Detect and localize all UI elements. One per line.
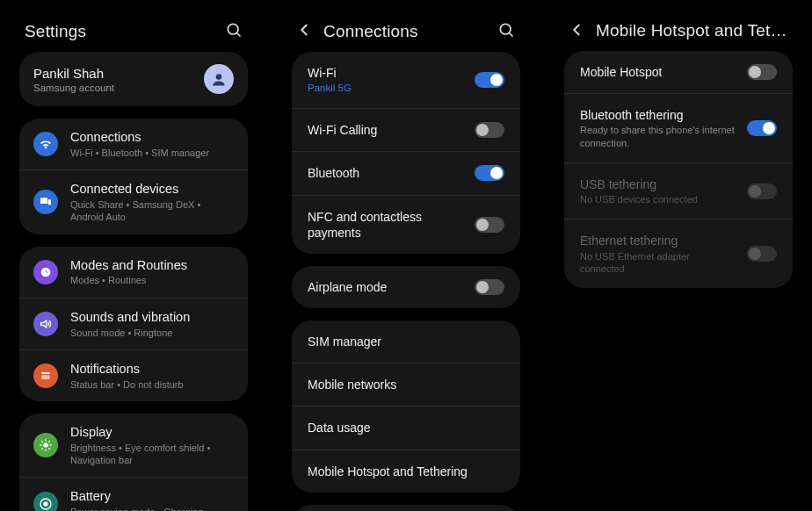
header: Mobile Hotspot and Tether... (555, 9, 801, 51)
svg-line-16 (48, 442, 49, 443)
settings-group: ConnectionsWi-Fi • Bluetooth • SIM manag… (19, 119, 248, 234)
notif-icon (33, 363, 58, 388)
row-sub: Wi-Fi • Bluetooth • SIM manager (70, 147, 234, 159)
settings-row-mobile-networks[interactable]: Mobile networks (292, 363, 520, 406)
display-icon (33, 433, 58, 457)
row-title: Connections (70, 129, 234, 146)
connections-screen: Connections Wi-FiPankil 5GWi-Fi CallingB… (283, 9, 529, 511)
page-title: Settings (25, 22, 214, 41)
wifi-icon (33, 132, 58, 156)
settings-row-bluetooth[interactable]: Bluetooth (292, 151, 520, 194)
svg-line-15 (41, 449, 42, 450)
settings-row-modes-and-routines[interactable]: Modes and RoutinesModes • Routines (19, 247, 248, 298)
avatar-icon (204, 64, 234, 94)
row-sub: Brightness • Eye comfort shield • Naviga… (70, 442, 234, 467)
toggle-ethernet-tethering (747, 246, 777, 262)
toggle-nfc-and-contactless-payments[interactable] (475, 217, 504, 233)
toggle-bluetooth[interactable] (475, 165, 504, 181)
settings-row-wi-fi[interactable]: Wi-FiPankil 5G (292, 52, 520, 108)
settings-group: More connection settings (292, 505, 520, 511)
svg-point-19 (500, 24, 511, 34)
toggle-wi-fi[interactable] (475, 72, 504, 88)
settings-group: Airplane mode (292, 266, 520, 308)
svg-point-0 (228, 24, 238, 34)
account-name: Pankil Shah (33, 66, 204, 81)
search-icon[interactable] (497, 21, 515, 41)
search-icon[interactable] (225, 21, 243, 41)
account-sub: Samsung account (33, 83, 204, 93)
row-title: USB tethering (580, 176, 735, 192)
row-title: Mobile Hotspot and Tethering (308, 464, 504, 479)
back-icon[interactable] (569, 22, 585, 40)
row-sub: Power saving mode • Charging (70, 506, 234, 511)
row-title: Mobile networks (308, 377, 504, 392)
row-title: Wi-Fi Calling (308, 122, 462, 138)
settings-row-display[interactable]: DisplayBrightness • Eye comfort shield •… (19, 414, 248, 477)
row-title: Bluetooth (308, 165, 462, 181)
toggle-mobile-hotspot[interactable] (747, 64, 777, 80)
svg-point-2 (216, 74, 222, 80)
settings-row-nfc-and-contactless-payments[interactable]: NFC and contactless payments (292, 195, 520, 254)
settings-row-mobile-hotspot-and-tethering[interactable]: Mobile Hotspot and Tethering (292, 450, 520, 493)
settings-row-mobile-hotspot[interactable]: Mobile Hotspot (564, 51, 793, 93)
settings-row-ethernet-tethering: Ethernet tetheringNo USB Ethernet adapte… (564, 219, 793, 288)
row-title: Mobile Hotspot (580, 64, 735, 80)
sound-icon (33, 312, 58, 336)
settings-row-data-usage[interactable]: Data usage (292, 406, 520, 449)
account-card[interactable]: Pankil Shah Samsung account (19, 52, 248, 106)
row-title: Ethernet tethering (580, 233, 735, 248)
toggle-usb-tethering (747, 184, 777, 199)
settings-row-more-connection-settings[interactable]: More connection settings (292, 505, 520, 511)
row-sub: No USB devices connected (580, 193, 735, 205)
settings-row-airplane-mode[interactable]: Airplane mode (292, 266, 520, 308)
toggle-wi-fi-calling[interactable] (475, 122, 504, 138)
header: Connections (283, 9, 529, 52)
settings-group: Modes and RoutinesModes • RoutinesSounds… (19, 247, 248, 401)
settings-row-sounds-and-vibration[interactable]: Sounds and vibrationSound mode • Rington… (19, 298, 248, 349)
toggle-airplane-mode[interactable] (475, 279, 504, 295)
toggle-bluetooth-tethering[interactable] (747, 120, 777, 136)
row-title: Notifications (70, 361, 234, 378)
row-title: Sounds and vibration (70, 309, 234, 326)
row-title: Data usage (308, 420, 504, 435)
svg-point-8 (43, 443, 47, 448)
settings-row-notifications[interactable]: NotificationsStatus bar • Do not disturb (19, 349, 248, 401)
page-title: Mobile Hotspot and Tether... (596, 21, 787, 40)
battery-icon (33, 492, 58, 512)
row-title: Display (70, 424, 234, 441)
settings-row-wi-fi-calling[interactable]: Wi-Fi Calling (292, 108, 520, 151)
routines-icon (33, 260, 58, 284)
row-title: NFC and contactless payments (308, 209, 462, 241)
svg-rect-6 (41, 372, 49, 374)
row-sub: Ready to share this phone's internet con… (580, 124, 735, 149)
svg-rect-3 (40, 198, 47, 205)
row-sub: Pankil 5G (308, 82, 462, 95)
row-sub: No USB Ethernet adapter connected (580, 250, 735, 276)
row-sub: Quick Share • Samsung DeX • Android Auto (70, 198, 234, 224)
settings-screen: Settings Pankil Shah Samsung account Con… (11, 9, 257, 511)
hotspot-screen: Mobile Hotspot and Tether... Mobile Hots… (555, 9, 801, 300)
svg-line-13 (41, 442, 42, 443)
row-sub: Modes • Routines (70, 274, 234, 286)
settings-row-connected-devices[interactable]: Connected devicesQuick Share • Samsung D… (19, 169, 248, 234)
settings-row-sim-manager[interactable]: SIM manager (292, 320, 520, 363)
row-title: Battery (70, 488, 234, 505)
settings-group: DisplayBrightness • Eye comfort shield •… (19, 414, 248, 511)
settings-group: SIM managerMobile networksData usageMobi… (292, 320, 520, 493)
devices-icon (33, 190, 58, 214)
row-title: Wi-Fi (308, 65, 462, 81)
settings-row-connections[interactable]: ConnectionsWi-Fi • Bluetooth • SIM manag… (19, 119, 248, 169)
settings-row-battery[interactable]: BatteryPower saving mode • Charging (19, 477, 248, 511)
svg-line-14 (48, 449, 49, 450)
settings-group: Wi-FiPankil 5GWi-Fi CallingBluetoothNFC … (292, 52, 520, 254)
svg-line-20 (510, 33, 513, 37)
back-icon[interactable] (297, 22, 313, 40)
header: Settings (11, 9, 257, 52)
row-title: Connected devices (70, 181, 234, 198)
svg-line-1 (237, 33, 241, 37)
settings-row-bluetooth-tethering[interactable]: Bluetooth tetheringReady to share this p… (564, 93, 793, 162)
settings-row-usb-tethering: USB tetheringNo USB devices connected (564, 162, 793, 219)
row-title: Bluetooth tethering (580, 107, 735, 123)
page-title: Connections (323, 22, 487, 41)
settings-group: Mobile HotspotBluetooth tetheringReady t… (564, 51, 793, 288)
